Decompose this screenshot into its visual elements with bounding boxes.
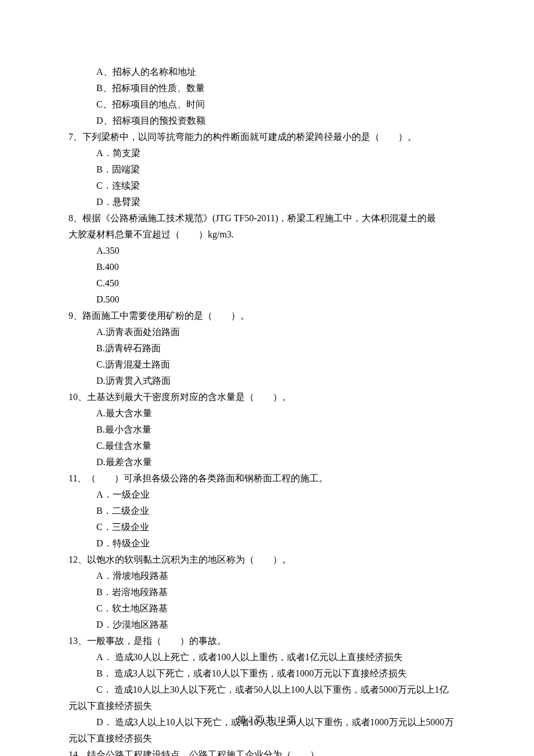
- q12-option-a: A．滑坡地段路基: [68, 568, 466, 584]
- q8-text-line2: 大胶凝材料总量不宜超过（ ）kg/m3.: [68, 226, 466, 243]
- q7-option-a: A．简支梁: [68, 145, 466, 161]
- q8-option-a: A.350: [68, 243, 466, 259]
- q10-option-d: D.最差含水量: [68, 454, 466, 470]
- q13-option-d-line2: 元以下直接经济损失: [68, 730, 466, 747]
- q9-option-b: B.沥青碎石路面: [68, 340, 466, 357]
- q10-option-b: B.最小含水量: [68, 422, 466, 438]
- q9-option-c: C.沥青混凝土路面: [68, 357, 466, 373]
- q14-text: 14、结合公路工程建设特点，公路工程施工企业分为（ ）。: [68, 747, 466, 756]
- q10-option-c: C.最佳含水量: [68, 438, 466, 454]
- q7-option-c: C．连续梁: [68, 178, 466, 194]
- q11-option-c: C．三级企业: [68, 519, 466, 535]
- q11-option-b: B．二级企业: [68, 503, 466, 519]
- q8-option-c: C.450: [68, 275, 466, 291]
- q12-option-d: D．沙漠地区路基: [68, 617, 466, 633]
- q13-text: 13、一般事故，是指（ ）的事故。: [68, 633, 466, 649]
- q6-option-c: C、招标项目的地点、时间: [68, 96, 466, 113]
- q7-option-b: B．固端梁: [68, 161, 466, 178]
- document-content: A、招标人的名称和地址 B、招标项目的性质、数量 C、招标项目的地点、时间 D、…: [68, 64, 466, 756]
- q6-option-a: A、招标人的名称和地址: [68, 64, 466, 80]
- q9-option-a: A.沥青表面处治路面: [68, 324, 466, 340]
- q7-option-d: D．悬臂梁: [68, 194, 466, 210]
- q12-text: 12、以饱水的软弱黏土沉积为主的地区称为（ ）。: [68, 552, 466, 568]
- q11-text: 11、（ ）可承担各级公路的各类路面和钢桥面工程的施工。: [68, 470, 466, 487]
- q6-option-b: B、招标项目的性质、数量: [68, 80, 466, 96]
- q13-option-b: B． 造成3人以下死亡，或者10人以下重伤，或者1000万元以下直接经济损失: [68, 665, 466, 682]
- q13-option-a: A． 造成30人以上死亡，或者100人以上重伤，或者1亿元以上直接经济损失: [68, 649, 466, 665]
- q6-option-d: D、招标项目的预投资数额: [68, 113, 466, 129]
- q7-text: 7、下列梁桥中，以同等抗弯能力的构件断面就可建成的桥梁跨径最小的是（ ）。: [68, 129, 466, 145]
- q9-option-d: D.沥青贯入式路面: [68, 373, 466, 389]
- q13-option-c-line1: C． 造成10人以上30人以下死亡，或者50人以上100人以下重伤，或者5000…: [68, 682, 466, 698]
- q11-option-d: D．特级企业: [68, 535, 466, 552]
- q8-option-d: D.500: [68, 291, 466, 308]
- page-footer: 第 2 页 共 12 页: [0, 712, 534, 727]
- q12-option-b: B．岩溶地段路基: [68, 584, 466, 600]
- q8-option-b: B.400: [68, 259, 466, 275]
- q10-text: 10、土基达到最大干密度所对应的含水量是（ ）。: [68, 389, 466, 405]
- q10-option-a: A.最大含水量: [68, 405, 466, 422]
- q11-option-a: A．一级企业: [68, 487, 466, 503]
- q9-text: 9、路面施工中需要使用矿粉的是（ ）。: [68, 308, 466, 324]
- q12-option-c: C．软土地区路基: [68, 600, 466, 617]
- q8-text-line1: 8、根据《公路桥涵施工技术规范》(JTG TF50-2011)，桥梁工程施工中，…: [68, 210, 466, 226]
